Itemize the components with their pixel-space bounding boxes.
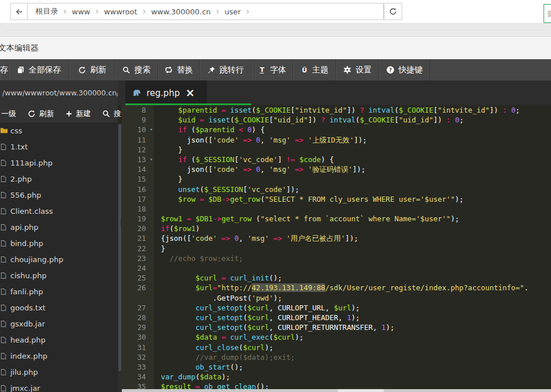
file-item[interactable]: jilu.php	[0, 364, 118, 380]
toolbar-button-theme[interactable]: Ü主题	[293, 59, 336, 80]
fold-arrow-icon[interactable]: ▾	[150, 155, 153, 164]
file-icon	[0, 191, 8, 199]
sidebar-action-label: 刷新	[39, 109, 54, 119]
code-line: if($row1)	[154, 224, 551, 233]
tab-reg-php[interactable]: reg.php ×	[125, 80, 207, 105]
file-icon	[0, 336, 8, 344]
svg-text:T: T	[260, 66, 264, 74]
file-item[interactable]: cishu.php	[0, 267, 118, 283]
file-item[interactable]: index.php	[0, 348, 118, 364]
toolbar-button-label: 主题	[313, 65, 329, 75]
line-number: 12	[122, 145, 154, 155]
file-icon	[0, 272, 8, 279]
code-line: $parentid = isset($_COOKIE["intvite_id"]…	[154, 105, 551, 115]
toolbar-button-hotkey[interactable]: ?快捷键	[379, 59, 430, 80]
sidebar-action-parent-dir[interactable]: 一级	[1, 109, 16, 119]
file-name: 2.php	[10, 175, 32, 183]
file-item[interactable]: 556.php	[0, 187, 118, 203]
file-item[interactable]: 111api.php	[0, 155, 118, 171]
save-button-partial[interactable]: 存	[0, 59, 9, 80]
file-item[interactable]: bind.php	[0, 235, 118, 251]
jump-line-icon	[207, 66, 215, 74]
file-item[interactable]: fanli.php	[0, 283, 118, 299]
breadcrumb-item[interactable]: www	[72, 7, 90, 16]
horizontal-scrollbar-thumb[interactable]	[338, 389, 384, 392]
breadcrumb-refresh-button[interactable]	[384, 3, 402, 20]
breadcrumb-bar: 根目录›www›wwwroot›www.300000.cn›user› 提	[0, 0, 551, 24]
breadcrumb-item[interactable]: wwwroot	[104, 7, 137, 16]
file-item[interactable]: 1.txt	[0, 139, 118, 155]
toolbar-button-replace[interactable]: 替换	[158, 59, 200, 80]
file-item[interactable]: goods.txt	[0, 299, 118, 316]
svg-text:Ü: Ü	[302, 66, 307, 74]
close-icon[interactable]: ×	[186, 87, 195, 98]
line-number: 22	[122, 244, 154, 253]
sidebar-action-label: 一级	[1, 109, 16, 119]
editor-toolbar: 存 全部保存刷新搜索替换跳转行T字体Ü主题设置?快捷键	[0, 59, 551, 80]
breadcrumb: 根目录›www›wwwroot›www.300000.cn›user›	[27, 3, 384, 20]
line-number: 9	[122, 115, 154, 125]
tab-label: reg.php	[147, 88, 180, 98]
code-line: $curl = curl_init();	[154, 273, 551, 283]
file-icon	[0, 368, 8, 376]
toolbar-button-jump-line[interactable]: 跳转行	[200, 59, 252, 80]
file-item[interactable]: gsxdb.jar	[0, 316, 118, 332]
replace-icon	[164, 66, 173, 74]
refresh-icon	[78, 66, 86, 74]
refresh-icon	[28, 110, 36, 118]
toolbar-button-label: 设置	[356, 65, 372, 75]
file-item[interactable]: css	[0, 122, 118, 139]
font-icon: T	[258, 66, 266, 74]
file-manager-editor-window: 根目录›www›wwwroot›www.300000.cn›user› 提 文本…	[0, 0, 551, 392]
code-line: curl_setopt($curl, CURLOPT_HEADER, 1);	[154, 313, 551, 322]
sidebar-action-plus[interactable]: 新建	[65, 109, 91, 119]
file-name: choujiang.php	[10, 255, 63, 264]
toolbar-button-save-all[interactable]: 全部保存	[9, 59, 70, 80]
file-item[interactable]: head.php	[0, 332, 118, 348]
code-line: json(['code' => 0, 'msg' => '上级ID无效']);	[154, 135, 551, 145]
folder-icon	[0, 126, 8, 134]
line-number: 19	[122, 214, 154, 224]
code-area: $parentid = isset($_COOKIE["intvite_id"]…	[154, 105, 551, 392]
sidebar-scrollbar-thumb[interactable]	[118, 124, 121, 371]
breadcrumb-item[interactable]: 根目录	[36, 6, 58, 17]
toolbar-button-settings[interactable]: 设置	[336, 59, 379, 80]
fold-arrow-icon[interactable]: ▾	[150, 125, 153, 134]
breadcrumb-item[interactable]: www.300000.cn	[151, 7, 211, 16]
file-item[interactable]: api.php	[0, 219, 118, 235]
settings-icon	[343, 66, 352, 74]
file-item[interactable]: choujiang.php	[0, 251, 118, 267]
file-icon	[0, 385, 8, 392]
line-number: 24	[122, 263, 154, 273]
elephant-icon	[132, 89, 142, 97]
submit-button-partial[interactable]: 提	[544, 4, 551, 23]
code-line: $uid = isset($_COOKIE["uid_id"]) ? intva…	[154, 115, 551, 125]
file-name: 1.txt	[10, 143, 28, 151]
line-number: 23	[122, 253, 154, 263]
search-icon	[122, 66, 130, 74]
back-icon	[15, 7, 24, 16]
sidebar-action-refresh[interactable]: 刷新	[28, 109, 54, 119]
divider	[6, 30, 545, 30]
back-button[interactable]	[10, 3, 28, 20]
code-editor[interactable]: 8910▾111213▾1415161718192021222324252627…	[122, 105, 551, 392]
line-number-gutter: 8910▾111213▾1415161718192021222324252627…	[122, 105, 154, 392]
editor-header: 文本编辑器	[0, 37, 551, 59]
line-number: 26	[122, 283, 154, 293]
code-line: curl_setopt($curl, CURLOPT_RETURNTRANSFE…	[154, 322, 551, 332]
code-line: $url="http://42.193.131.149:88/sdk/User/…	[154, 283, 551, 293]
toolbar-button-search[interactable]: 搜索	[115, 59, 158, 80]
search-highlight: 42.193.131.149:88	[252, 283, 325, 292]
file-name: fanli.php	[10, 287, 43, 296]
toolbar-button-refresh[interactable]: 刷新	[70, 59, 115, 80]
file-item[interactable]: 2.php	[0, 171, 118, 187]
sidebar-path: /www/wwwroot/www.300000.cn/...	[0, 80, 118, 105]
toolbar-button-font[interactable]: T字体	[252, 59, 293, 80]
file-item[interactable]: jmxc.jar	[0, 380, 118, 392]
code-line: curl_close($curl);	[154, 343, 551, 352]
code-line: }	[154, 145, 551, 155]
search-icon	[102, 110, 110, 118]
file-item[interactable]: Client.class	[0, 203, 118, 219]
file-icon	[0, 240, 8, 247]
breadcrumb-item[interactable]: user	[225, 7, 241, 16]
